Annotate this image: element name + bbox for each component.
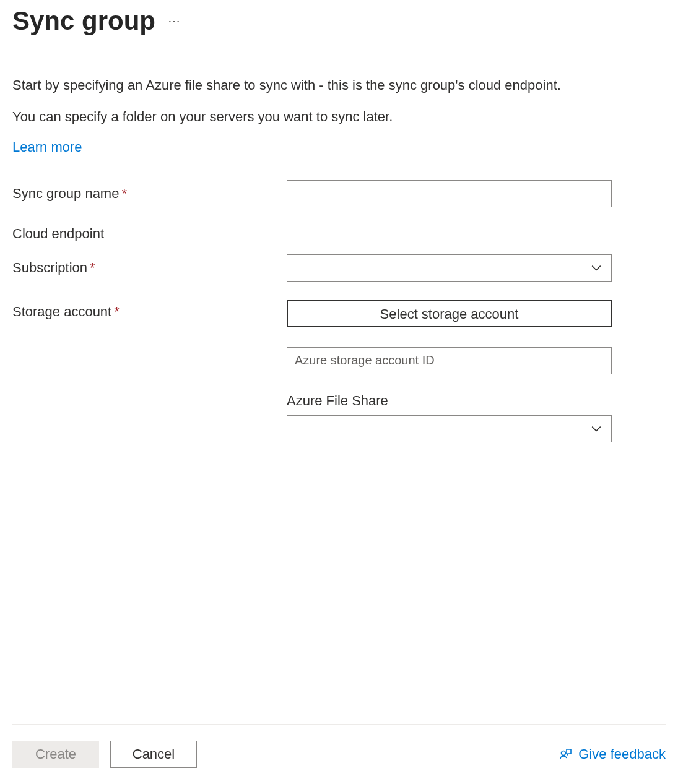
sync-group-name-input[interactable] bbox=[287, 180, 612, 207]
chevron-down-icon bbox=[589, 421, 604, 436]
storage-account-label: Storage account* bbox=[12, 300, 287, 374]
intro-text-2: You can specify a folder on your servers… bbox=[12, 108, 666, 127]
cloud-endpoint-section-header: Cloud endpoint bbox=[12, 226, 666, 242]
file-share-label: Azure File Share bbox=[287, 393, 666, 409]
chevron-down-icon bbox=[589, 261, 604, 275]
subscription-label: Subscription* bbox=[12, 260, 287, 276]
feedback-icon bbox=[558, 747, 573, 762]
create-button[interactable]: Create bbox=[12, 741, 99, 768]
svg-point-0 bbox=[562, 751, 566, 756]
cancel-button[interactable]: Cancel bbox=[110, 741, 197, 768]
storage-account-id-input[interactable] bbox=[287, 347, 612, 374]
learn-more-link[interactable]: Learn more bbox=[12, 139, 82, 155]
more-icon[interactable]: ⋯ bbox=[168, 14, 181, 28]
give-feedback-link[interactable]: Give feedback bbox=[558, 746, 666, 762]
file-share-select[interactable] bbox=[287, 415, 612, 442]
subscription-select[interactable] bbox=[287, 254, 612, 282]
intro-text-1: Start by specifying an Azure file share … bbox=[12, 76, 666, 95]
select-storage-account-button[interactable]: Select storage account bbox=[287, 300, 612, 327]
page-title: Sync group bbox=[12, 6, 155, 36]
sync-group-name-label: Sync group name* bbox=[12, 186, 287, 202]
